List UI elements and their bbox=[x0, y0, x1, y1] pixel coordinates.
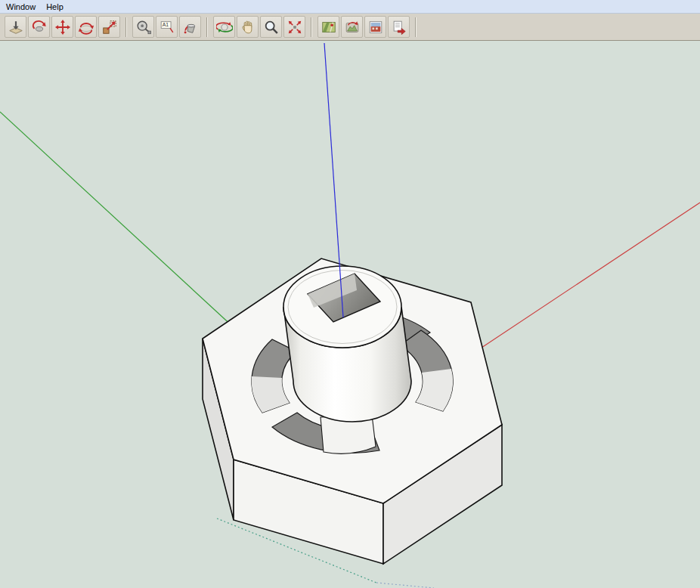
tape-measure-icon bbox=[135, 19, 152, 36]
share-model-icon bbox=[391, 19, 407, 36]
scale-icon bbox=[101, 19, 118, 36]
zoom-extents-tool-button[interactable] bbox=[283, 16, 305, 38]
zoom-extents-icon bbox=[287, 19, 303, 36]
toolbar-separator bbox=[311, 17, 312, 37]
rotate-icon bbox=[78, 19, 94, 36]
menu-help[interactable]: Help bbox=[41, 2, 69, 12]
move-tool-button[interactable] bbox=[51, 16, 73, 38]
push-pull-tool-button[interactable] bbox=[5, 16, 26, 38]
text-tool-button[interactable]: A1 bbox=[156, 16, 178, 38]
toggle-terrain-button[interactable] bbox=[341, 16, 363, 38]
follow-me-icon bbox=[31, 19, 48, 36]
tape-measure-tool-button[interactable] bbox=[132, 16, 154, 38]
share-model-button[interactable] bbox=[388, 16, 410, 38]
add-location-icon bbox=[321, 19, 337, 36]
scale-tool-button[interactable] bbox=[98, 16, 120, 38]
toolbar-separator bbox=[206, 17, 208, 37]
viewport-canvas[interactable] bbox=[0, 41, 700, 588]
menu-window[interactable]: Window bbox=[1, 2, 41, 12]
zoom-tool-button[interactable] bbox=[260, 16, 282, 38]
toolbar: A1 bbox=[0, 14, 700, 41]
viewport-3d[interactable] bbox=[0, 41, 700, 588]
pan-tool-button[interactable] bbox=[237, 16, 259, 38]
toggle-terrain-icon bbox=[344, 19, 361, 36]
text-tool-icon: A1 bbox=[159, 19, 175, 36]
paint-bucket-tool-button[interactable] bbox=[179, 16, 201, 38]
toolbar-separator bbox=[125, 17, 127, 37]
rotate-tool-button[interactable] bbox=[75, 16, 97, 38]
svg-text:A1: A1 bbox=[162, 22, 169, 27]
add-location-button[interactable] bbox=[317, 16, 339, 38]
move-icon bbox=[54, 19, 71, 36]
sketchup-window: Window Help bbox=[0, 0, 700, 588]
push-pull-icon bbox=[8, 19, 24, 36]
zoom-icon bbox=[263, 19, 280, 36]
pan-icon bbox=[240, 19, 256, 36]
orbit-icon bbox=[216, 19, 233, 36]
follow-me-tool-button[interactable] bbox=[28, 16, 50, 38]
menu-bar: Window Help bbox=[0, 0, 700, 14]
photo-textures-button[interactable] bbox=[364, 16, 386, 38]
toolbar-separator bbox=[415, 17, 417, 37]
orbit-tool-button[interactable] bbox=[213, 16, 235, 38]
paint-bucket-icon bbox=[182, 19, 199, 36]
photo-textures-icon bbox=[367, 19, 384, 36]
